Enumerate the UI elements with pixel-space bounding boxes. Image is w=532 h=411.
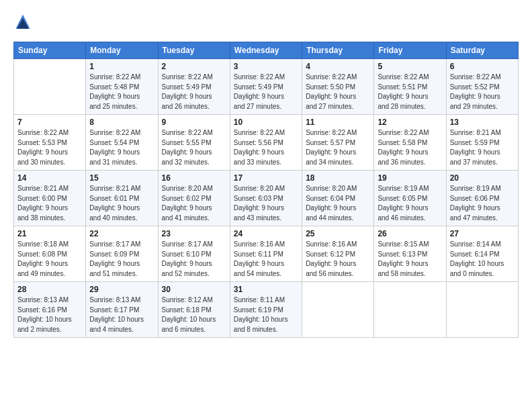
day-detail: Sunrise: 8:21 AM Sunset: 6:01 PM Dayligh… <box>89 184 154 223</box>
calendar-day-cell: 27Sunrise: 8:14 AM Sunset: 6:14 PM Dayli… <box>446 226 518 282</box>
calendar-day-cell <box>302 282 374 338</box>
weekday-header: Sunday <box>14 42 86 59</box>
calendar-day-cell: 5Sunrise: 8:22 AM Sunset: 5:51 PM Daylig… <box>374 59 446 115</box>
calendar-day-cell: 4Sunrise: 8:22 AM Sunset: 5:50 PM Daylig… <box>302 59 374 115</box>
day-number: 17 <box>234 173 298 183</box>
day-number: 6 <box>450 62 515 71</box>
calendar-day-cell: 19Sunrise: 8:19 AM Sunset: 6:05 PM Dayli… <box>374 171 446 226</box>
day-number: 9 <box>162 118 226 127</box>
day-detail: Sunrise: 8:14 AM Sunset: 6:14 PM Dayligh… <box>450 240 515 279</box>
calendar-week-row: 28Sunrise: 8:13 AM Sunset: 6:16 PM Dayli… <box>14 282 519 338</box>
day-number: 1 <box>89 62 154 71</box>
calendar-day-cell: 17Sunrise: 8:20 AM Sunset: 6:03 PM Dayli… <box>230 171 302 226</box>
day-number: 28 <box>17 285 82 294</box>
day-detail: Sunrise: 8:21 AM Sunset: 6:00 PM Dayligh… <box>17 184 82 223</box>
calendar-day-cell <box>14 59 86 115</box>
day-number: 12 <box>378 118 442 127</box>
day-number: 31 <box>234 285 298 294</box>
day-detail: Sunrise: 8:22 AM Sunset: 5:55 PM Dayligh… <box>162 128 226 167</box>
calendar-day-cell <box>374 282 446 338</box>
calendar-day-cell: 25Sunrise: 8:16 AM Sunset: 6:12 PM Dayli… <box>302 226 374 282</box>
calendar-day-cell: 24Sunrise: 8:16 AM Sunset: 6:11 PM Dayli… <box>230 226 302 282</box>
calendar-day-cell: 14Sunrise: 8:21 AM Sunset: 6:00 PM Dayli… <box>14 171 86 226</box>
day-detail: Sunrise: 8:22 AM Sunset: 5:57 PM Dayligh… <box>306 128 370 167</box>
day-number: 26 <box>378 229 442 238</box>
day-number: 8 <box>89 118 154 127</box>
day-number: 19 <box>378 173 442 183</box>
day-detail: Sunrise: 8:22 AM Sunset: 5:56 PM Dayligh… <box>234 128 298 167</box>
calendar-day-cell: 11Sunrise: 8:22 AM Sunset: 5:57 PM Dayli… <box>302 115 374 171</box>
day-number: 11 <box>306 118 370 127</box>
weekday-header: Wednesday <box>230 42 302 59</box>
day-number: 20 <box>450 173 515 183</box>
calendar-day-cell <box>446 282 518 338</box>
calendar-day-cell: 7Sunrise: 8:22 AM Sunset: 5:53 PM Daylig… <box>14 115 86 171</box>
calendar-day-cell: 9Sunrise: 8:22 AM Sunset: 5:55 PM Daylig… <box>158 115 230 171</box>
day-detail: Sunrise: 8:22 AM Sunset: 5:51 PM Dayligh… <box>378 73 442 111</box>
day-number: 25 <box>306 229 370 238</box>
weekday-header: Saturday <box>446 42 518 59</box>
day-detail: Sunrise: 8:22 AM Sunset: 5:54 PM Dayligh… <box>89 128 154 167</box>
day-number: 16 <box>162 173 226 183</box>
weekday-header: Thursday <box>302 42 374 59</box>
weekday-header: Tuesday <box>158 42 230 59</box>
day-number: 23 <box>162 229 226 238</box>
day-number: 21 <box>17 229 82 238</box>
calendar-table: SundayMondayTuesdayWednesdayThursdayFrid… <box>13 42 519 338</box>
calendar-day-cell: 20Sunrise: 8:19 AM Sunset: 6:06 PM Dayli… <box>446 171 518 226</box>
calendar-day-cell: 3Sunrise: 8:22 AM Sunset: 5:49 PM Daylig… <box>230 59 302 115</box>
calendar-day-cell: 28Sunrise: 8:13 AM Sunset: 6:16 PM Dayli… <box>14 282 86 338</box>
day-detail: Sunrise: 8:22 AM Sunset: 5:49 PM Dayligh… <box>162 73 226 111</box>
day-detail: Sunrise: 8:20 AM Sunset: 6:03 PM Dayligh… <box>234 184 298 223</box>
day-number: 22 <box>89 229 154 238</box>
weekday-header: Friday <box>374 42 446 59</box>
calendar-week-row: 7Sunrise: 8:22 AM Sunset: 5:53 PM Daylig… <box>14 115 519 171</box>
calendar-week-row: 21Sunrise: 8:18 AM Sunset: 6:08 PM Dayli… <box>14 226 519 282</box>
calendar-day-cell: 18Sunrise: 8:20 AM Sunset: 6:04 PM Dayli… <box>302 171 374 226</box>
day-detail: Sunrise: 8:22 AM Sunset: 5:49 PM Dayligh… <box>234 73 298 111</box>
day-number: 5 <box>378 62 442 71</box>
calendar-day-cell: 31Sunrise: 8:11 AM Sunset: 6:19 PM Dayli… <box>230 282 302 338</box>
calendar-day-cell: 16Sunrise: 8:20 AM Sunset: 6:02 PM Dayli… <box>158 171 230 226</box>
header <box>13 13 519 32</box>
calendar-day-cell: 23Sunrise: 8:17 AM Sunset: 6:10 PM Dayli… <box>158 226 230 282</box>
day-detail: Sunrise: 8:18 AM Sunset: 6:08 PM Dayligh… <box>17 240 82 279</box>
calendar-day-cell: 26Sunrise: 8:15 AM Sunset: 6:13 PM Dayli… <box>374 226 446 282</box>
calendar-day-cell: 22Sunrise: 8:17 AM Sunset: 6:09 PM Dayli… <box>86 226 158 282</box>
day-detail: Sunrise: 8:16 AM Sunset: 6:12 PM Dayligh… <box>306 240 370 279</box>
calendar-day-cell: 13Sunrise: 8:21 AM Sunset: 5:59 PM Dayli… <box>446 115 518 171</box>
day-detail: Sunrise: 8:11 AM Sunset: 6:19 PM Dayligh… <box>234 295 298 334</box>
day-detail: Sunrise: 8:17 AM Sunset: 6:09 PM Dayligh… <box>89 240 154 279</box>
day-detail: Sunrise: 8:22 AM Sunset: 5:58 PM Dayligh… <box>378 128 442 167</box>
day-number: 27 <box>450 229 515 238</box>
page: SundayMondayTuesdayWednesdayThursdayFrid… <box>0 0 532 411</box>
day-number: 14 <box>17 173 82 183</box>
day-number: 7 <box>17 118 82 127</box>
calendar-day-cell: 8Sunrise: 8:22 AM Sunset: 5:54 PM Daylig… <box>86 115 158 171</box>
day-detail: Sunrise: 8:21 AM Sunset: 5:59 PM Dayligh… <box>450 128 515 167</box>
day-number: 29 <box>89 285 154 294</box>
day-number: 2 <box>162 62 226 71</box>
day-detail: Sunrise: 8:17 AM Sunset: 6:10 PM Dayligh… <box>162 240 226 279</box>
day-detail: Sunrise: 8:13 AM Sunset: 6:16 PM Dayligh… <box>17 295 82 334</box>
day-number: 13 <box>450 118 515 127</box>
day-detail: Sunrise: 8:20 AM Sunset: 6:02 PM Dayligh… <box>162 184 226 223</box>
calendar-day-cell: 1Sunrise: 8:22 AM Sunset: 5:48 PM Daylig… <box>86 59 158 115</box>
day-number: 30 <box>162 285 226 294</box>
day-detail: Sunrise: 8:22 AM Sunset: 5:52 PM Dayligh… <box>450 73 515 111</box>
day-detail: Sunrise: 8:12 AM Sunset: 6:18 PM Dayligh… <box>162 295 226 334</box>
calendar-body: 1Sunrise: 8:22 AM Sunset: 5:48 PM Daylig… <box>14 59 519 338</box>
weekday-header: Monday <box>86 42 158 59</box>
calendar-day-cell: 2Sunrise: 8:22 AM Sunset: 5:49 PM Daylig… <box>158 59 230 115</box>
day-number: 24 <box>234 229 298 238</box>
weekday-row: SundayMondayTuesdayWednesdayThursdayFrid… <box>14 42 519 59</box>
day-detail: Sunrise: 8:19 AM Sunset: 6:06 PM Dayligh… <box>450 184 515 223</box>
calendar-week-row: 1Sunrise: 8:22 AM Sunset: 5:48 PM Daylig… <box>14 59 519 115</box>
day-detail: Sunrise: 8:15 AM Sunset: 6:13 PM Dayligh… <box>378 240 442 279</box>
day-detail: Sunrise: 8:22 AM Sunset: 5:48 PM Dayligh… <box>89 73 154 111</box>
calendar-day-cell: 6Sunrise: 8:22 AM Sunset: 5:52 PM Daylig… <box>446 59 518 115</box>
logo <box>13 13 35 32</box>
logo-icon <box>13 13 32 32</box>
calendar-day-cell: 10Sunrise: 8:22 AM Sunset: 5:56 PM Dayli… <box>230 115 302 171</box>
calendar-header: SundayMondayTuesdayWednesdayThursdayFrid… <box>14 42 519 59</box>
